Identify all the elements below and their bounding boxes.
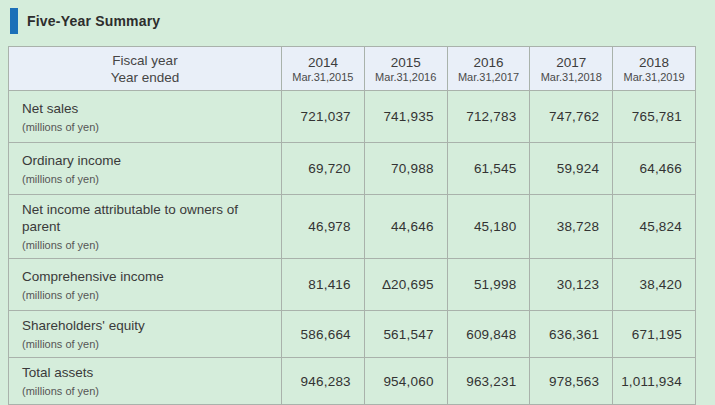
table-row-total-assets: Total assets (millions of yen) 946,283 9… [9,358,696,405]
header-year: 2017 [530,54,612,71]
header-column-2014: 2014 Mar.31,2015 [282,47,365,91]
row-label: Net sales [22,100,273,117]
header-fiscal-year-label: Fiscal year [9,52,281,69]
row-label-cell: Total assets (millions of yen) [9,358,282,405]
value-cell: 747,762 [530,91,613,143]
table-row-net-income: Net income attributable to owners of par… [9,195,696,259]
page-title: Five-Year Summary [27,13,160,29]
header-year: 2014 [282,54,364,71]
title-accent-bar [10,8,18,34]
row-label: Ordinary income [22,152,273,169]
value-cell: 721,037 [282,91,365,143]
row-unit: (millions of yen) [22,238,273,252]
value-cell: 38,420 [613,259,696,311]
row-unit: (millions of yen) [22,172,273,186]
value-cell: 69,720 [282,143,365,195]
row-label-cell: Shareholders' equity (millions of yen) [9,311,282,358]
value-cell: 954,060 [364,358,447,405]
row-label: Total assets [22,364,273,381]
section-title-row: Five-Year Summary [10,7,715,34]
header-ended-date: Mar.31,2018 [530,71,612,84]
value-cell: 46,978 [282,195,365,259]
value-cell: 45,824 [613,195,696,259]
value-cell: 38,728 [530,195,613,259]
row-label-cell: Ordinary income (millions of yen) [9,143,282,195]
row-label: Comprehensive income [22,268,273,285]
row-unit: (millions of yen) [22,288,273,302]
row-unit: (millions of yen) [22,337,273,351]
value-cell: 978,563 [530,358,613,405]
value-cell: 963,231 [447,358,530,405]
value-cell: 44,646 [364,195,447,259]
header-year: 2015 [365,54,447,71]
value-cell: Δ20,695 [364,259,447,311]
value-cell: 636,361 [530,311,613,358]
header-ended-date: Mar.31,2019 [613,71,695,84]
row-label: Shareholders' equity [22,317,273,334]
value-cell: 30,123 [530,259,613,311]
header-year-ended-label: Year ended [9,69,281,86]
header-column-2018: 2018 Mar.31,2019 [613,47,696,91]
value-cell: 586,664 [282,311,365,358]
value-cell: 51,998 [447,259,530,311]
row-label-cell: Comprehensive income (millions of yen) [9,259,282,311]
row-unit: (millions of yen) [22,384,273,398]
value-cell: 609,848 [447,311,530,358]
value-cell: 765,781 [613,91,696,143]
header-column-2017: 2017 Mar.31,2018 [530,47,613,91]
value-cell: 671,195 [613,311,696,358]
header-ended-date: Mar.31,2016 [365,71,447,84]
table-row-comprehensive-income: Comprehensive income (millions of yen) 8… [9,259,696,311]
header-column-2016: 2016 Mar.31,2017 [447,47,530,91]
table-row-net-sales: Net sales (millions of yen) 721,037 741,… [9,91,696,143]
table-header-row: Fiscal year Year ended 2014 Mar.31,2015 … [9,47,696,91]
header-year: 2016 [448,54,530,71]
value-cell: 1,011,934 [613,358,696,405]
table-row-ordinary-income: Ordinary income (millions of yen) 69,720… [9,143,696,195]
header-column-2015: 2015 Mar.31,2016 [364,47,447,91]
row-unit: (millions of yen) [22,120,273,134]
value-cell: 712,783 [447,91,530,143]
value-cell: 64,466 [613,143,696,195]
header-ended-date: Mar.31,2017 [448,71,530,84]
header-ended-date: Mar.31,2015 [282,71,364,84]
value-cell: 81,416 [282,259,365,311]
value-cell: 45,180 [447,195,530,259]
table-row-shareholders-equity: Shareholders' equity (millions of yen) 5… [9,311,696,358]
value-cell: 946,283 [282,358,365,405]
row-label-cell: Net income attributable to owners of par… [9,195,282,259]
value-cell: 61,545 [447,143,530,195]
row-label: Net income attributable to owners of par… [22,201,273,235]
value-cell: 59,924 [530,143,613,195]
header-fiscal-year-cell: Fiscal year Year ended [9,47,282,91]
row-label-cell: Net sales (millions of yen) [9,91,282,143]
value-cell: 561,547 [364,311,447,358]
value-cell: 70,988 [364,143,447,195]
five-year-summary-table: Fiscal year Year ended 2014 Mar.31,2015 … [8,46,696,405]
value-cell: 741,935 [364,91,447,143]
header-year: 2018 [613,54,695,71]
